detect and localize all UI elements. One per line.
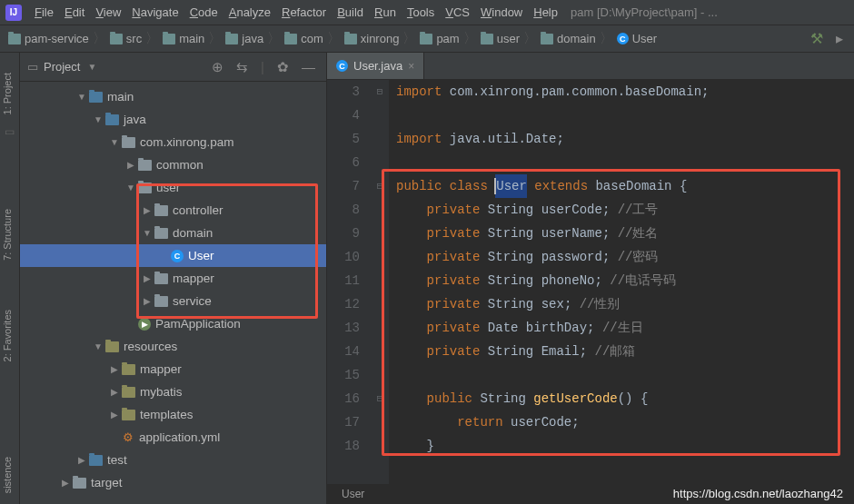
chevron-right-icon[interactable] (109, 387, 120, 397)
chevron-down-icon[interactable]: ▼ (87, 62, 96, 72)
code-line[interactable]: private String password; //密码 (396, 245, 854, 269)
chevron-right-icon[interactable] (76, 455, 87, 465)
code-line[interactable] (396, 151, 854, 174)
crumb-user[interactable]: user (478, 32, 522, 45)
crumb-src[interactable]: src (107, 32, 144, 45)
chevron-down-icon[interactable] (125, 183, 136, 193)
close-icon[interactable]: × (408, 60, 414, 73)
hide-icon[interactable]: — (298, 59, 319, 74)
chevron-down-icon[interactable] (109, 137, 120, 147)
tree-item-java[interactable]: java (20, 108, 326, 131)
line-number: 15 (327, 363, 360, 387)
code-line[interactable]: return userCode; (396, 410, 854, 434)
folder-icon (122, 364, 135, 375)
code-line[interactable]: private String userName; //姓名 (396, 222, 854, 245)
code-line[interactable]: } (396, 434, 854, 458)
code-area[interactable]: 3456789101112131415161718 ⊟⊟⊟ import com… (327, 80, 854, 484)
tree-item-service[interactable]: service (20, 290, 326, 312)
tree-item-common[interactable]: common (20, 153, 326, 176)
fold-marker[interactable]: ⊟ (371, 174, 389, 198)
menu-navigate[interactable]: Navigate (126, 5, 184, 19)
code-line[interactable]: public String getUserCode() { (396, 387, 854, 410)
menu-vcs[interactable]: VCS (440, 5, 475, 19)
crumb-pam[interactable]: pam (417, 32, 462, 45)
hammer-icon[interactable]: ⚒ (810, 30, 823, 47)
chevron-right-icon[interactable] (60, 478, 71, 488)
chevron-down-icon[interactable] (93, 114, 104, 124)
chevron-right-icon[interactable] (109, 410, 120, 420)
menu-build[interactable]: Build (332, 5, 369, 19)
crumb-main[interactable]: main (160, 32, 207, 45)
target-icon[interactable]: ⊕ (208, 59, 227, 75)
tab-favorites[interactable]: 2: Favorites (0, 299, 19, 372)
crumb-user[interactable]: CUser (614, 32, 660, 45)
code-line[interactable] (396, 363, 854, 387)
tab-structure[interactable]: 7: Structure (0, 198, 19, 272)
menu-code[interactable]: Code (184, 5, 223, 19)
menu-view[interactable]: View (90, 5, 126, 19)
chevron-down-icon[interactable] (142, 228, 153, 238)
fold-marker[interactable]: ⊟ (371, 80, 389, 104)
menu-refactor[interactable]: Refactor (276, 5, 332, 19)
menu-window[interactable]: Window (475, 5, 528, 19)
chevron-right-icon[interactable] (142, 273, 153, 283)
tree-item-user[interactable]: CUser (20, 244, 326, 267)
tree-item-label: mapper (140, 362, 182, 376)
tree-item-com-xinrong-pam[interactable]: com.xinrong.pam (20, 131, 326, 153)
fold-marker[interactable]: ⊟ (371, 387, 389, 410)
gear-icon[interactable]: ✿ (273, 59, 293, 75)
code-line[interactable]: private String phoneNo; //电话号码 (396, 269, 854, 292)
tree-item-resources[interactable]: resources (20, 335, 326, 358)
tree-item-target[interactable]: target (20, 471, 326, 494)
run-config-icon[interactable]: ▸ (836, 30, 843, 47)
menu-tools[interactable]: Tools (402, 5, 440, 19)
crumb-java[interactable]: java (223, 32, 266, 45)
crumb-pam-service[interactable]: pam-service (5, 32, 92, 45)
code-line[interactable]: private Date birthDay; //生日 (396, 316, 854, 340)
code-line[interactable]: private String Email; //邮箱 (396, 340, 854, 363)
tree-item-mapper[interactable]: mapper (20, 358, 326, 380)
chevron-right-icon[interactable] (109, 364, 120, 374)
crumb-xinrong[interactable]: xinrong (342, 32, 402, 45)
tree-item-application-yml[interactable]: ⚙application.yml (20, 426, 326, 449)
chevron-down-icon[interactable] (93, 341, 104, 351)
fold-margin[interactable]: ⊟⊟⊟ (371, 80, 389, 484)
chevron-right-icon[interactable] (125, 160, 136, 170)
code-line[interactable]: import java.util.Date; (396, 127, 854, 151)
collapse-icon[interactable]: ⇆ (233, 59, 252, 75)
crumb-domain[interactable]: domain (538, 32, 599, 45)
tree-item-mybatis[interactable]: mybatis (20, 380, 326, 403)
tree-item-mapper[interactable]: mapper (20, 267, 326, 290)
tree-item-label: main (107, 90, 134, 104)
tree-item-main[interactable]: main (20, 85, 326, 108)
editor-tab-user-java[interactable]: C User.java × (327, 53, 424, 79)
project-panel-title[interactable]: Project (44, 60, 80, 74)
code-content[interactable]: import com.xinrong.pam.common.baseDomain… (389, 80, 854, 484)
menu-edit[interactable]: Edit (59, 5, 90, 19)
menu-help[interactable]: Help (528, 5, 563, 19)
tree-item-test[interactable]: test (20, 449, 326, 471)
menu-run[interactable]: Run (369, 5, 402, 19)
crumb-label: main (179, 32, 204, 45)
chevron-right-icon[interactable] (142, 205, 153, 215)
code-line[interactable]: private String userCode; //工号 (396, 198, 854, 222)
project-tree[interactable]: mainjavacom.xinrong.pamcommonusercontrol… (20, 82, 326, 504)
code-line[interactable]: private String sex; //性别 (396, 292, 854, 316)
menu-analyze[interactable]: Analyze (223, 5, 276, 19)
tree-item-domain[interactable]: domain (20, 222, 326, 244)
line-number: 10 (327, 245, 360, 269)
tree-item-controller[interactable]: controller (20, 199, 326, 222)
tree-item-user[interactable]: user (20, 176, 326, 199)
code-line[interactable]: public class User extends baseDomain { (396, 174, 854, 198)
chevron-right-icon[interactable] (142, 296, 153, 306)
code-line[interactable] (396, 104, 854, 127)
tree-item-pamapplication[interactable]: ▶PamApplication (20, 312, 326, 335)
crumb-com[interactable]: com (282, 32, 326, 45)
chevron-down-icon[interactable] (76, 92, 87, 102)
footer-class-name[interactable]: User (342, 488, 364, 500)
code-line[interactable]: import com.xinrong.pam.common.baseDomain… (396, 80, 854, 104)
tab-project[interactable]: 1: Project (0, 62, 19, 125)
tree-item-templates[interactable]: templates (20, 403, 326, 426)
menu-file[interactable]: File (29, 5, 59, 19)
tab-persistence[interactable]: sistence (0, 446, 19, 504)
